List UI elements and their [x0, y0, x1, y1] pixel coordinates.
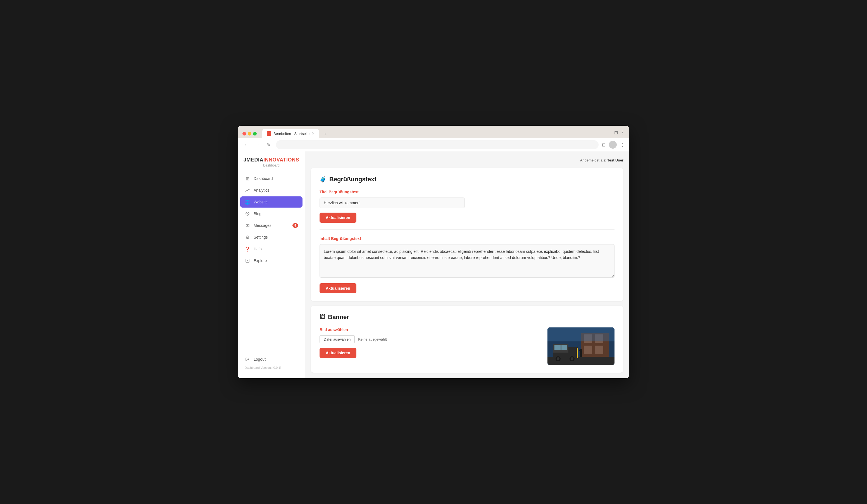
- svg-rect-20: [547, 328, 614, 341]
- new-tab-button[interactable]: +: [321, 130, 329, 138]
- logged-in-info: Angemeldet als: Test User: [580, 158, 623, 162]
- browser-titlebar: Bearbeiten - Startseite ✕ + ⊡ ⋮: [238, 126, 629, 138]
- logout-label: Logout: [254, 357, 266, 362]
- greeting-content-textarea[interactable]: Lorem ipsum dolor sit amet consectetur, …: [320, 244, 614, 278]
- active-tab[interactable]: Bearbeiten - Startseite ✕: [262, 129, 319, 138]
- update-banner-button[interactable]: Aktualisieren: [320, 348, 356, 358]
- banner-image: [547, 328, 614, 365]
- tab-title: Bearbeiten - Startseite: [274, 131, 310, 136]
- sidebar-label-analytics: Analytics: [254, 188, 269, 193]
- svg-rect-12: [561, 345, 567, 350]
- sidebar-item-explore[interactable]: Explore: [240, 255, 302, 266]
- brand-jmedia: JMEDIA: [244, 157, 264, 163]
- nav-right-controls: ⊟ ⋮: [602, 141, 624, 149]
- sidebar-label-help: Help: [254, 247, 262, 251]
- svg-rect-7: [595, 346, 603, 354]
- website-icon: 🌐: [245, 199, 250, 205]
- banner-layout: Bild auswählen Datei auswählen Keine aus…: [320, 328, 614, 365]
- sidebar-item-website[interactable]: 🌐 Website: [240, 196, 302, 207]
- update-content-button[interactable]: Aktualisieren: [320, 283, 356, 293]
- svg-point-16: [571, 357, 574, 360]
- sidebar-label-settings: Settings: [254, 235, 268, 239]
- title-section-label: Titel Begrüßungstext: [320, 190, 614, 194]
- sidebar-label-explore: Explore: [254, 258, 267, 263]
- banner-card-title: 🖼 Banner: [320, 313, 614, 321]
- greetings-title-text: Begrüßungstext: [329, 176, 376, 183]
- sidebar-bottom: Logout Dashboard Version: [0.0.1]: [238, 349, 305, 373]
- section-divider-1: [320, 229, 614, 230]
- window-controls: [243, 132, 257, 136]
- logged-in-label: Angemeldet als:: [580, 158, 606, 162]
- sidebar-label-dashboard: Dashboard: [254, 176, 273, 181]
- banner-title-text: Banner: [328, 313, 349, 321]
- close-button[interactable]: [243, 132, 246, 136]
- username-display: Test User: [607, 158, 623, 162]
- blog-icon: [245, 211, 250, 216]
- banner-card: 🖼 Banner Bild auswählen Datei auswählen …: [311, 305, 623, 373]
- sidebar-item-messages[interactable]: ✉ Messages 5: [240, 220, 302, 231]
- greetings-card: 🧳 Begrüßungstext Titel Begrüßungstext Ak…: [311, 168, 623, 301]
- browser-tabs: Bearbeiten - Startseite ✕ +: [262, 129, 611, 138]
- brand-innovations: INNOVATIONS: [264, 157, 299, 163]
- svg-rect-6: [584, 346, 592, 354]
- split-view-icon[interactable]: ⊟: [602, 142, 606, 148]
- logout-button[interactable]: Logout: [240, 354, 302, 365]
- messages-badge: 5: [292, 223, 298, 228]
- header-bar: Angemeldet als: Test User: [311, 157, 623, 163]
- svg-point-14: [557, 357, 559, 360]
- brand-name: JMEDIAINNOVATIONS: [244, 157, 299, 163]
- greeting-title-input[interactable]: [320, 197, 465, 208]
- update-title-button[interactable]: Aktualisieren: [320, 213, 356, 223]
- svg-rect-17: [580, 351, 582, 357]
- tab-close-button[interactable]: ✕: [312, 131, 314, 136]
- sidebar-nav: ⊞ Dashboard Analytics 🌐 Website: [238, 173, 305, 349]
- dashboard-icon: ⊞: [245, 176, 250, 181]
- banner-svg-scene: [547, 328, 614, 365]
- sidebar-label-messages: Messages: [254, 223, 271, 228]
- maximize-button[interactable]: [253, 132, 257, 136]
- back-button[interactable]: ←: [243, 141, 250, 149]
- main-content: Angemeldet als: Test User 🧳 Begrüßungste…: [305, 151, 629, 378]
- brand-subtitle: Dashboard: [244, 163, 299, 167]
- minimize-button[interactable]: [248, 132, 251, 136]
- browser-window: Bearbeiten - Startseite ✕ + ⊡ ⋮ ← → ↻ ⊟ …: [238, 126, 629, 378]
- svg-rect-11: [555, 345, 560, 350]
- nav-more-icon[interactable]: ⋮: [620, 142, 624, 148]
- maximize-icon[interactable]: ⊡: [614, 130, 618, 135]
- browser-navbar: ← → ↻ ⊟ ⋮: [238, 138, 629, 151]
- file-choose-button[interactable]: Datei auswählen: [320, 335, 355, 343]
- sidebar-item-blog[interactable]: Blog: [240, 208, 302, 219]
- explore-icon: [245, 258, 250, 264]
- image-icon: 🖼: [320, 314, 325, 320]
- banner-form: Bild auswählen Datei auswählen Keine aus…: [320, 328, 541, 358]
- sidebar-label-website: Website: [254, 200, 268, 204]
- analytics-icon: [245, 187, 250, 193]
- sidebar: JMEDIAINNOVATIONS Dashboard ⊞ Dashboard …: [238, 151, 305, 378]
- messages-icon: ✉: [245, 223, 250, 228]
- greetings-card-title: 🧳 Begrüßungstext: [320, 176, 614, 183]
- forward-button[interactable]: →: [254, 141, 261, 149]
- svg-rect-19: [577, 348, 578, 358]
- settings-icon: ⚙: [245, 234, 250, 240]
- tab-favicon: [267, 131, 271, 136]
- banner-preview: [547, 328, 614, 365]
- logout-icon: [245, 356, 250, 362]
- file-input-row: Datei auswählen Keine ausgewählt: [320, 335, 541, 343]
- content-section-label: Inhalt Begrüßungstext: [320, 236, 614, 241]
- help-icon: ❓: [245, 246, 250, 252]
- file-none-label: Keine ausgewählt: [358, 337, 387, 341]
- sidebar-item-analytics[interactable]: Analytics: [240, 185, 302, 196]
- version-text: Dashboard Version: [0.0.1]: [240, 365, 302, 371]
- refresh-button[interactable]: ↻: [265, 141, 272, 149]
- more-options-icon[interactable]: ⋮: [620, 130, 624, 135]
- browser-maximize-controls: ⊡ ⋮: [614, 130, 624, 138]
- select-image-label: Bild auswählen: [320, 328, 541, 332]
- app-layout: JMEDIAINNOVATIONS Dashboard ⊞ Dashboard …: [238, 151, 629, 378]
- sidebar-item-dashboard[interactable]: ⊞ Dashboard: [240, 173, 302, 184]
- sidebar-item-settings[interactable]: ⚙ Settings: [240, 232, 302, 243]
- address-bar[interactable]: [276, 140, 599, 149]
- sidebar-label-blog: Blog: [254, 212, 261, 216]
- svg-point-18: [579, 349, 582, 352]
- sidebar-item-help[interactable]: ❓ Help: [240, 243, 302, 255]
- user-avatar[interactable]: [609, 141, 617, 149]
